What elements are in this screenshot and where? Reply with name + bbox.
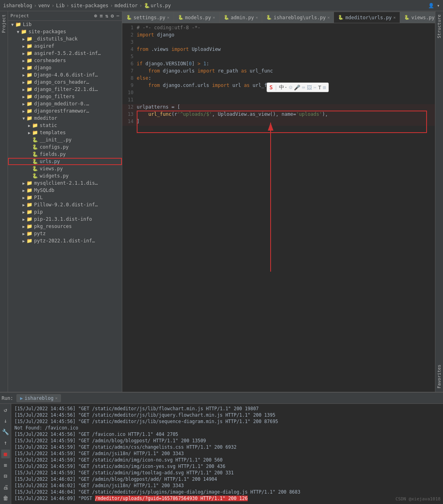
tree-label-django: django <box>34 65 51 71</box>
tree-label-django-cors: django_cors_header… <box>34 79 89 85</box>
tree-item-django-filters[interactable]: ▶ 📁 django_filters <box>8 93 122 100</box>
run-tab-close[interactable]: ✕ <box>55 396 57 400</box>
log-line-13: [15/Jul/2022 14:46:02] "GET /admin/jsi18… <box>14 482 440 489</box>
breadcrumb-ishareblog: ishareblog <box>3 3 32 8</box>
input-img-icon[interactable]: 🖼 <box>307 85 312 91</box>
arrow-pil: ▶ <box>21 196 26 200</box>
tree-item-site-packages[interactable]: ▼ 📁 site-packages <box>8 28 122 35</box>
tab-settings[interactable]: 🐍 settings.py ✕ <box>122 12 174 23</box>
tree-item-distutils[interactable]: ▶ 📁 _distutils_hack <box>8 35 122 42</box>
tab-ishareblog-close[interactable]: ✕ <box>327 15 330 20</box>
tree-item-django-cors[interactable]: ▶ 📁 django_cors_header… <box>8 79 122 86</box>
tree-item-urls[interactable]: ▶ 🐍 urls.py <box>8 158 122 165</box>
tree-item-django[interactable]: ▶ 📁 django <box>8 64 122 71</box>
input-toolbar[interactable]: S | 中· ☺ 🎤 ⌨ 🖼 ✂ T ⊞ <box>267 83 329 92</box>
add-content-icon[interactable]: ⊕ <box>94 13 97 19</box>
breadcrumb-mdeditor: mdeditor <box>115 3 138 8</box>
tree-item-djangorest[interactable]: ▶ 📁 djangorestframewor… <box>8 107 122 115</box>
tree-item-django-mdeditor[interactable]: ▶ 📁 django_mdeditor-0.… <box>8 100 122 107</box>
minimize-icon[interactable]: − <box>116 13 119 19</box>
split-icon[interactable]: ⊟ <box>1 472 10 480</box>
build-icon[interactable]: 🔧 <box>1 427 10 436</box>
line-content-11 <box>137 97 435 103</box>
trash-icon[interactable]: 🗑 <box>1 494 10 503</box>
input-grid-icon[interactable]: ⊞ <box>323 85 326 91</box>
print-icon[interactable]: 🖨 <box>1 483 10 492</box>
input-keyboard-icon[interactable]: ⌨ <box>302 85 305 91</box>
input-voice-icon[interactable]: 🎤 <box>294 85 300 91</box>
tree-item-mysqlclient[interactable]: ▶ 📁 mysqlclient-2.1.1.dis… <box>8 179 122 187</box>
tree-item-django406[interactable]: ▶ 📁 Django-4.0.6.dist-inf… <box>8 71 122 79</box>
tab-settings-close[interactable]: ✕ <box>167 15 169 20</box>
structure-label[interactable]: Structure <box>435 11 443 42</box>
folder-icon-mysqldb: 📁 <box>26 187 32 193</box>
favorites-label[interactable]: Favorites <box>435 361 443 392</box>
tree-item-templates[interactable]: ▶ 📁 templates <box>8 129 122 136</box>
tree-label-fields: fields.py <box>40 151 66 157</box>
code-line-8: 8 else: <box>122 75 435 83</box>
settings-icon[interactable]: ⚙ <box>111 13 114 19</box>
line-num-6: 6 <box>122 61 137 67</box>
folder-icon-site-packages: 📁 <box>21 29 27 34</box>
input-t-icon[interactable]: T <box>318 85 322 91</box>
folder-icon-pip21: 📁 <box>26 216 32 222</box>
tree-item-pytz2022[interactable]: ▶ 📁 pytz-2022.1.dist-inf… <box>8 237 122 244</box>
tree-item-views[interactable]: ▶ 🐍 views.py <box>8 165 122 172</box>
tree-item-pkg[interactable]: ▶ 📁 pkg_resources <box>8 223 122 230</box>
tab-admin-close[interactable]: ✕ <box>255 15 258 20</box>
scroll-up-icon[interactable]: ↑ <box>1 439 10 448</box>
project-vertical-label[interactable]: Project <box>1 14 6 33</box>
tree-item-django-filter[interactable]: ▶ 📁 django_filter-22.1.di… <box>8 86 122 93</box>
log-highlight-url: /mdeditor/uploads/?guid=1657867564930 HT… <box>95 496 248 501</box>
line-content-4: from .views import UploadView <box>137 46 435 52</box>
code-area[interactable]: 1 # -*- coding:utf-8 -*- 2 import django… <box>122 23 435 127</box>
tab-mdeditor-close[interactable]: ✕ <box>393 15 396 20</box>
folder-icon-pytz: 📁 <box>26 231 32 236</box>
tree-item-pil[interactable]: ▶ 📁 PIL <box>8 194 122 201</box>
tree-item-mysqldb[interactable]: ▶ 📁 MySQLdb <box>8 187 122 194</box>
tab-views[interactable]: 🐍 views.py ✕ <box>400 12 435 23</box>
arrow-djangorest: ▶ <box>21 109 26 113</box>
tree-item-fields[interactable]: ▶ 🐍 fields.py <box>8 151 122 158</box>
tree-item-pytz[interactable]: ▶ 📁 pytz <box>8 230 122 237</box>
tab-mdeditor-urls[interactable]: 🐍 mdeditor\urls.py ✕ <box>334 12 400 23</box>
input-zh-icon[interactable]: 中· <box>279 84 287 91</box>
tree-item-asgiref-dist[interactable]: ▶ 📁 asgiref-3.5.2.dist-inf… <box>8 50 122 57</box>
input-emoji-icon[interactable]: ☺ <box>289 85 292 91</box>
line-num-2: 2 <box>122 32 137 38</box>
arrow-pkg: ▶ <box>21 224 26 229</box>
tree-label-widgets: widgets.py <box>40 173 69 179</box>
line-content-8: else: <box>137 75 435 81</box>
log-line-4: Not Found: /favicon.ico <box>14 425 440 431</box>
tree-item-asgiref[interactable]: ▶ 📁 asgiref <box>8 42 122 50</box>
tree-label-mysqlclient: mysqlclient-2.1.1.dis… <box>34 180 98 186</box>
tree-item-pip21[interactable]: ▶ 📁 pip-21.3.1.dist-info <box>8 216 122 223</box>
tree-item-pip[interactable]: ▶ 📁 pip <box>8 208 122 216</box>
tree-item-init[interactable]: ▶ 🐍 __init__.py <box>8 136 122 143</box>
arrow-distutils: ▶ <box>21 37 26 41</box>
tab-ishareblog-urls[interactable]: 🐍 ishareblog\urls.py ✕ <box>262 12 334 23</box>
collapse-all-icon[interactable]: ≡ <box>100 13 103 19</box>
list-icon[interactable]: ≡ <box>1 461 10 470</box>
stop-icon[interactable]: ■ <box>1 450 10 458</box>
tree-item-mdeditor[interactable]: ▼ 📁 mdeditor <box>8 115 122 122</box>
scroll-down-icon[interactable]: ↓ <box>1 417 10 425</box>
restart-icon[interactable]: ↺ <box>1 405 10 414</box>
sort-icon[interactable]: ⇅ <box>105 13 109 19</box>
tab-mdeditor-icon: 🐍 <box>338 15 344 20</box>
tab-models-close[interactable]: ✕ <box>213 15 215 20</box>
tree-item-corsheaders[interactable]: ▶ 📁 corsheaders <box>8 57 122 64</box>
user-icon[interactable]: 👤 ▾ <box>428 3 440 8</box>
arrow-site-packages: ▼ <box>15 30 21 34</box>
tree-item-widgets[interactable]: ▶ 🐍 widgets.py <box>8 172 122 179</box>
tree-label-djangorest: djangorestframewor… <box>34 108 89 114</box>
tree-item-lib[interactable]: ▼ 📁 Lib <box>8 21 122 28</box>
tab-admin[interactable]: 🐍 admin.py ✕ <box>220 12 263 23</box>
tab-models[interactable]: 🐍 models.py ✕ <box>174 12 220 23</box>
tree-item-configs[interactable]: ▶ 🐍 configs.py <box>8 143 122 151</box>
run-tab-ishareblog[interactable]: ▶ ishareblog ✕ <box>16 394 61 402</box>
tree-item-pillow[interactable]: ▶ 📁 Pillow-9.2.0.dist-inf… <box>8 201 122 208</box>
tree-item-static[interactable]: ▶ 📁 static <box>8 122 122 129</box>
run-label: Run: <box>2 395 13 401</box>
input-scissors-icon[interactable]: ✂ <box>314 85 317 91</box>
